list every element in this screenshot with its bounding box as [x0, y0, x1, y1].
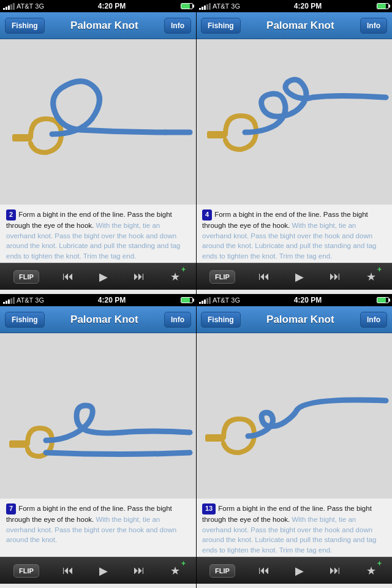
flip-button[interactable]: FLIP: [13, 270, 39, 284]
nav-bar: Fishing Palomar Knot Info: [196, 306, 392, 333]
knot-text: 13Form a bight in the end of the line. P…: [196, 499, 392, 557]
flip-button[interactable]: FLIP: [209, 270, 235, 284]
battery-icon: [181, 297, 193, 303]
forward-icon[interactable]: ⏭: [131, 268, 147, 285]
screen-bottom-left: AT&T 3G 4:20 PM Fishing Palomar Knot Inf…: [0, 294, 196, 588]
status-left: AT&T 3G: [3, 2, 44, 10]
knot-text: 7Form a bight in the end of the line. Pa…: [0, 499, 196, 557]
info-button[interactable]: Info: [164, 312, 191, 328]
page-title: Palomar Knot: [70, 314, 138, 326]
screen-top-right: AT&T 3G 4:20 PM Fishing Palomar Knot Inf…: [196, 0, 392, 294]
status-bar: AT&T 3G 4:20 PM: [196, 294, 392, 306]
svg-rect-4: [0, 333, 196, 499]
forward-icon[interactable]: ⏭: [327, 268, 343, 285]
battery-icon: [377, 297, 389, 303]
signal-bars: [199, 296, 211, 304]
flip-button[interactable]: FLIP: [13, 564, 39, 578]
flip-button[interactable]: FLIP: [209, 564, 235, 578]
page-title: Palomar Knot: [70, 20, 138, 32]
carrier: AT&T: [213, 2, 229, 10]
info-button[interactable]: Info: [164, 18, 191, 34]
horizontal-divider: [0, 294, 392, 295]
step-badge: 4: [202, 209, 212, 221]
back-button[interactable]: Fishing: [5, 18, 45, 34]
bottom-toolbar: FLIP ⏮ ▶ ⏭ ★+: [196, 557, 392, 584]
signal-bars: [3, 2, 15, 10]
status-bar: AT&T 3G 4:20 PM: [0, 294, 196, 306]
back-button[interactable]: Fishing: [5, 312, 45, 328]
status-left: AT&T 3G: [199, 296, 240, 304]
status-right: [375, 3, 389, 9]
svg-rect-5: [9, 440, 29, 448]
forward-icon[interactable]: ⏭: [131, 562, 147, 579]
play-icon[interactable]: ▶: [97, 562, 110, 580]
nav-bar: Fishing Palomar Knot Info: [0, 306, 196, 333]
battery-icon: [181, 3, 193, 9]
knot-text: 2Form a bight in the end of the line. Pa…: [0, 205, 196, 263]
svg-rect-3: [207, 131, 227, 138]
favorite-button[interactable]: ★+: [364, 562, 379, 580]
svg-rect-0: [0, 39, 196, 205]
network: 3G: [35, 296, 44, 304]
info-button[interactable]: Info: [360, 18, 387, 34]
rewind-icon[interactable]: ⏮: [256, 268, 272, 285]
carrier: AT&T: [17, 296, 33, 304]
carrier: AT&T: [213, 296, 229, 304]
rewind-icon[interactable]: ⏮: [60, 562, 76, 579]
play-icon[interactable]: ▶: [293, 268, 306, 286]
step-badge: 7: [6, 503, 16, 514]
step-badge: 13: [202, 503, 216, 514]
page-title: Palomar Knot: [266, 20, 334, 32]
svg-rect-1: [12, 134, 32, 141]
play-icon[interactable]: ▶: [293, 562, 306, 580]
network: 3G: [231, 2, 240, 10]
status-right: [179, 297, 193, 303]
knot-image: [196, 333, 392, 499]
time: 4:20 PM: [98, 2, 126, 10]
favorite-button[interactable]: ★+: [168, 268, 183, 286]
step-badge: 2: [6, 209, 16, 221]
screen-top-left: AT&T 3G 4:20 PM Fishing Palomar Knot Inf…: [0, 0, 196, 294]
bottom-toolbar: FLIP ⏮ ▶ ⏭ ★+: [196, 263, 392, 290]
status-right: [375, 297, 389, 303]
status-right: [179, 3, 193, 9]
svg-rect-7: [205, 434, 225, 442]
signal-bars: [3, 296, 15, 304]
rewind-icon[interactable]: ⏮: [256, 562, 272, 579]
network: 3G: [231, 296, 240, 304]
play-icon[interactable]: ▶: [97, 268, 110, 286]
status-bar: AT&T 3G 4:20 PM: [196, 0, 392, 12]
carrier: AT&T: [17, 2, 33, 10]
time: 4:20 PM: [294, 296, 322, 304]
knot-image: [0, 39, 196, 205]
bottom-toolbar: FLIP ⏮ ▶ ⏭ ★+: [0, 557, 196, 584]
knot-text: 4Form a bight in the end of the line. Pa…: [196, 205, 392, 263]
status-left: AT&T 3G: [3, 296, 44, 304]
status-bar: AT&T 3G 4:20 PM: [0, 0, 196, 12]
signal-bars: [199, 2, 211, 10]
rewind-icon[interactable]: ⏮: [60, 268, 76, 285]
page-title: Palomar Knot: [266, 314, 334, 326]
time: 4:20 PM: [294, 2, 322, 10]
network: 3G: [35, 2, 44, 10]
back-button[interactable]: Fishing: [201, 312, 241, 328]
nav-bar: Fishing Palomar Knot Info: [196, 12, 392, 39]
knot-image: [0, 333, 196, 499]
battery-icon: [377, 3, 389, 9]
back-button[interactable]: Fishing: [201, 18, 241, 34]
status-left: AT&T 3G: [199, 2, 240, 10]
time: 4:20 PM: [98, 296, 126, 304]
screen-bottom-right: AT&T 3G 4:20 PM Fishing Palomar Knot Inf…: [196, 294, 392, 588]
favorite-button[interactable]: ★+: [168, 562, 183, 580]
bottom-toolbar: FLIP ⏮ ▶ ⏭ ★+: [0, 263, 196, 290]
knot-image: [196, 39, 392, 205]
info-button[interactable]: Info: [360, 312, 387, 328]
favorite-button[interactable]: ★+: [364, 268, 379, 286]
nav-bar: Fishing Palomar Knot Info: [0, 12, 196, 39]
forward-icon[interactable]: ⏭: [327, 562, 343, 579]
